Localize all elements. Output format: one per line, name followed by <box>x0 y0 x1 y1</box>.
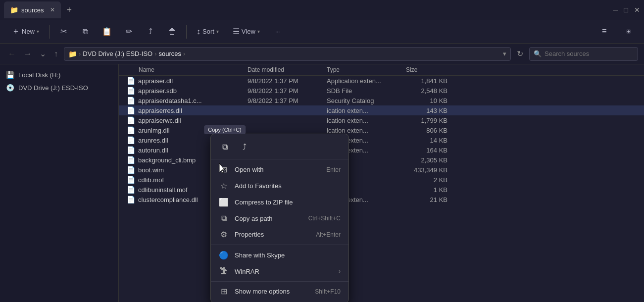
table-row[interactable]: 📄 appraiserdatasha1.c... 9/8/2022 1:37 P… <box>119 96 644 105</box>
col-date-header[interactable]: Date modified <box>248 66 327 73</box>
context-menu-items: ⊞ Open with Enter ☆ Add to Favorites ⬜ C… <box>211 161 348 300</box>
context-menu-item-share-skype[interactable]: 🔵 Share with Skype <box>211 247 348 263</box>
sidebar-item-local-disk[interactable]: 💾 Local Disk (H:) <box>0 68 118 81</box>
open-with-label: Open with <box>235 166 320 173</box>
down-button[interactable]: ⌄ <box>38 47 48 60</box>
more-button[interactable]: ··· <box>268 27 288 37</box>
breadcrumb-dropdown[interactable]: ▾ <box>503 50 506 57</box>
sort-button[interactable]: ↕ Sort ▾ <box>191 24 225 39</box>
file-name-cell: 📄 appraiserdatasha1.c... <box>119 97 248 104</box>
rename-icon: ✏ <box>126 27 132 36</box>
copy-button[interactable]: ⧉ <box>75 25 95 38</box>
rename-button[interactable]: ✏ <box>119 25 139 38</box>
toolbar-separator-2 <box>186 25 187 39</box>
list-view-button[interactable]: ☰ <box>594 26 614 37</box>
delete-button[interactable]: 🗑 <box>162 25 182 38</box>
toolbar-separator-1 <box>49 25 50 39</box>
table-row[interactable]: 📄 boot.wim File 433,349 KB <box>119 165 644 175</box>
window-controls: ─ □ ✕ <box>613 6 640 14</box>
file-type-cell: ication exten... <box>327 117 406 124</box>
minimize-button[interactable]: ─ <box>613 6 618 14</box>
file-size-cell: 21 KB <box>406 196 455 203</box>
table-row[interactable]: 📄 cdlibuninstall.mof File 1 KB <box>119 185 644 195</box>
table-row[interactable]: 📄 cdlib.mof File 2 KB <box>119 175 644 185</box>
table-row[interactable]: 📄 background_cli.bmp File 2,305 KB <box>119 155 644 165</box>
forward-button[interactable]: → <box>22 48 34 60</box>
col-type-header[interactable]: Type <box>327 66 406 73</box>
refresh-button[interactable]: ↻ <box>515 47 525 60</box>
folder-icon: 📁 <box>10 6 18 14</box>
search-box[interactable]: 🔍 <box>529 47 638 61</box>
cm-copy-button[interactable]: ⧉ Copy (Ctrl+C) <box>217 139 233 155</box>
cm-share-button[interactable]: ⤴ <box>237 139 252 155</box>
file-name: boot.wim <box>138 166 164 174</box>
context-menu-item-winrar[interactable]: 🗜 WinRAR › <box>211 263 348 279</box>
cut-button[interactable]: ✂ <box>53 25 73 38</box>
table-row[interactable]: 📄 appraiser.sdb 9/8/2022 1:37 PM SDB Fil… <box>119 86 644 96</box>
file-name-cell: 📄 appraiserres.dll <box>119 106 248 114</box>
properties-icon: ⚙ <box>219 230 229 239</box>
more-options-icon: ⊞ <box>219 287 229 296</box>
close-window-button[interactable]: ✕ <box>634 6 640 14</box>
breadcrumb-dvd[interactable]: DVD Drive (J:) ESD-ISO <box>83 50 152 57</box>
breadcrumb[interactable]: 📁 › DVD Drive (J:) ESD-ISO › sources › ▾ <box>64 47 511 61</box>
context-menu-item-properties[interactable]: ⚙ Properties Alt+Enter <box>211 226 348 243</box>
file-name-cell: 📄 appraiser.sdb <box>119 87 248 95</box>
file-list: 📄 appraiser.dll 9/8/2022 1:37 PM Applica… <box>119 76 644 204</box>
paste-button[interactable]: 📋 <box>97 25 117 38</box>
table-row[interactable]: 📄 arunimg.dll ication exten... 806 KB <box>119 125 644 135</box>
file-icon: 📄 <box>127 196 135 203</box>
back-button[interactable]: ← <box>6 48 18 60</box>
new-button[interactable]: ＋ New ▾ <box>6 23 45 40</box>
breadcrumb-sources[interactable]: sources <box>159 50 182 57</box>
table-row[interactable]: 📄 appraiserwc.dll ication exten... 1,799… <box>119 115 644 125</box>
new-tab-button[interactable]: + <box>67 5 72 15</box>
col-name-header[interactable]: Name <box>119 66 248 73</box>
context-menu-item-more-options[interactable]: ⊞ Show more options Shift+F10 <box>211 281 348 300</box>
file-name: clustercompliance.dll <box>138 196 198 203</box>
file-date-cell: 9/8/2022 1:37 PM <box>248 77 327 85</box>
address-bar: ← → ⌄ ↑ 📁 › DVD Drive (J:) ESD-ISO › sou… <box>0 44 644 64</box>
sidebar-local-disk-label: Local Disk (H:) <box>18 71 60 79</box>
winrar-arrow: › <box>339 268 341 275</box>
view-mode-buttons: ☰ ⊞ <box>594 26 638 37</box>
file-area: Name Date modified Type Size 📄 appraiser… <box>119 64 644 302</box>
file-icon: 📄 <box>127 166 135 174</box>
table-row[interactable]: 📄 autorun.dll ication exten... 164 KB <box>119 145 644 155</box>
table-row[interactable]: 📄 arunres.dll ication exten... 14 KB <box>119 135 644 145</box>
active-tab[interactable]: 📁 sources ✕ <box>4 1 61 18</box>
grid-view-icon: ⊞ <box>626 28 631 35</box>
file-icon: 📄 <box>127 116 135 124</box>
table-row[interactable]: 📄 appraiser.dll 9/8/2022 1:37 PM Applica… <box>119 76 644 86</box>
tab-close-button[interactable]: ✕ <box>50 6 55 13</box>
compress-zip-label: Compress to ZIP file <box>235 199 341 206</box>
maximize-button[interactable]: □ <box>624 6 628 14</box>
view-button[interactable]: ☰ View ▾ <box>227 24 266 39</box>
context-menu-item-copy-path[interactable]: ⧉ Copy as path Ctrl+Shift+C <box>211 210 348 226</box>
file-name-cell: 📄 arunimg.dll <box>119 126 248 134</box>
file-type-cell: Security Catalog <box>327 97 406 104</box>
search-input[interactable] <box>545 50 634 57</box>
dvd-icon: 💿 <box>6 84 14 92</box>
copy-path-icon: ⧉ <box>219 214 229 223</box>
sidebar-item-dvd-drive[interactable]: 💿 DVD Drive (J:) ESD-ISO <box>0 81 118 94</box>
add-favorites-label: Add to Favorites <box>235 182 341 190</box>
share-icon: ⤴ <box>243 143 247 151</box>
col-size-header[interactable]: Size <box>406 66 455 73</box>
new-icon: ＋ <box>12 26 20 37</box>
context-menu-item-open-with[interactable]: ⊞ Open with Enter <box>211 161 348 178</box>
file-name-cell: 📄 appraiserwc.dll <box>119 116 248 124</box>
open-with-shortcut: Enter <box>326 166 341 173</box>
table-row[interactable]: 📄 appraiserres.dll ication exten... 143 … <box>119 105 644 115</box>
share-button[interactable]: ⤴ <box>141 25 160 38</box>
context-menu-item-add-favorites[interactable]: ☆ Add to Favorites <box>211 178 348 194</box>
search-icon: 🔍 <box>534 50 542 57</box>
share-icon: ⤴ <box>149 27 152 36</box>
context-menu-item-compress-zip[interactable]: ⬜ Compress to ZIP file <box>211 194 348 210</box>
table-row[interactable]: 📄 clustercompliance.dll ication exten...… <box>119 195 644 204</box>
up-button[interactable]: ↑ <box>52 48 60 60</box>
file-date-cell: 9/8/2022 1:37 PM <box>248 97 327 104</box>
file-name: autorun.dll <box>138 147 168 154</box>
grid-view-button[interactable]: ⊞ <box>618 26 638 37</box>
share-skype-label: Share with Skype <box>235 252 341 259</box>
